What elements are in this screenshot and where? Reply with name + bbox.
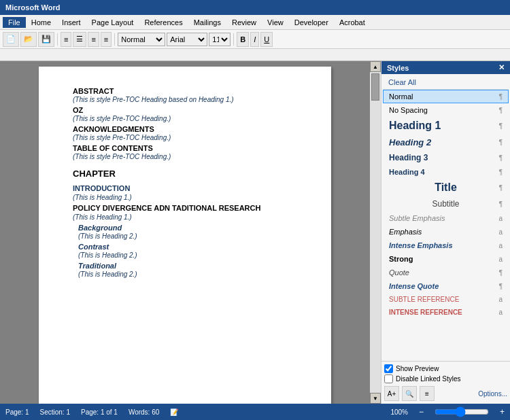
abstract-subtext: (This is style Pre-TOC Heading based on … [73, 96, 297, 103]
style-h4-label: Heading 4 [389, 168, 425, 176]
document-page: ABSTRACT (This is style Pre-TOC Heading … [39, 67, 331, 404]
toolbar-open[interactable]: 📂 [20, 32, 37, 47]
oz-heading: OZ [73, 106, 297, 114]
status-words: Words: 60 [129, 408, 159, 416]
menu-file[interactable]: File [3, 17, 26, 28]
toolbar-underline[interactable]: U [260, 32, 273, 47]
toolbar-save[interactable]: 💾 [38, 32, 54, 47]
menu-view[interactable]: View [262, 17, 289, 28]
menu-references[interactable]: References [139, 17, 188, 28]
menu-developer[interactable]: Developer [289, 17, 334, 28]
policy-heading: POLICY DIVERGENCE ADN TADITIONAL RESEARC… [73, 204, 297, 212]
style-emphasis-mark: a [498, 228, 503, 236]
style-item-no-spacing[interactable]: No Spacing ¶ [383, 103, 509, 117]
show-preview-checkbox[interactable] [384, 364, 393, 373]
style-intense-quote-label: Intense Quote [389, 282, 439, 290]
policy-subtext: (This is Heading 1.) [73, 213, 297, 221]
introduction-heading: INTRODUCTION [73, 184, 297, 192]
menu-acrobat[interactable]: Acrobat [334, 17, 371, 28]
styles-close-icon[interactable]: ✕ [498, 63, 505, 72]
zoom-out-button[interactable]: − [419, 407, 424, 417]
status-page-count: Page: 1 of 1 [81, 408, 118, 416]
menu-home[interactable]: Home [26, 17, 56, 28]
scroll-down-btn[interactable]: ▼ [370, 393, 381, 404]
scroll-thumb[interactable] [371, 73, 379, 101]
disable-linked-label: Disable Linked Styles [396, 375, 461, 383]
toolbar-justify[interactable]: ≡ [101, 32, 112, 47]
document-area[interactable]: ABSTRACT (This is style Pre-TOC Heading … [0, 61, 370, 404]
menu-insert[interactable]: Insert [56, 17, 86, 28]
style-item-h1[interactable]: Heading 1 ¶ [383, 117, 509, 135]
separator-1 [57, 33, 58, 46]
toolbar-align-right[interactable]: ≡ [88, 32, 99, 47]
disable-linked-checkbox[interactable] [384, 374, 393, 383]
menu-bar: File Home Insert Page Layout References … [0, 15, 510, 30]
disable-linked-row: Disable Linked Styles [384, 374, 507, 383]
doc-scrollbar[interactable]: ▲ ▼ [370, 61, 381, 404]
styles-title: Styles [387, 64, 409, 72]
toolbar: 📄 📂 💾 ≡ ☰ ≡ ≡ Normal Heading 1 Heading 2… [0, 30, 510, 49]
style-h4-mark: ¶ [499, 169, 503, 176]
status-zoom: 100% [390, 408, 408, 416]
menu-review[interactable]: Review [226, 17, 262, 28]
style-intense-quote-mark: ¶ [499, 283, 503, 290]
style-normal-label: Normal [389, 92, 413, 101]
show-preview-row: Show Preview [384, 364, 507, 373]
style-item-subtitle[interactable]: Subtitle ¶ [383, 196, 509, 211]
options-link[interactable]: Options... [478, 390, 507, 398]
style-item-h2[interactable]: Heading 2 ¶ [383, 135, 509, 150]
style-item-h3[interactable]: Heading 3 ¶ [383, 150, 509, 165]
style-h1-mark: ¶ [499, 122, 503, 130]
toolbar-italic[interactable]: I [250, 32, 259, 47]
style-item-normal[interactable]: Normal ¶ [383, 90, 509, 103]
style-item-intense-ref[interactable]: Intense Reference a [383, 306, 509, 319]
style-subtle-em-mark: a [498, 215, 503, 222]
style-no-spacing-label: No Spacing [389, 106, 428, 114]
toolbar-new[interactable]: 📄 [3, 32, 19, 47]
manage-styles-button[interactable]: ≡ [420, 386, 435, 401]
style-h2-mark: ¶ [499, 139, 503, 146]
zoom-slider[interactable] [435, 406, 489, 417]
style-item-title[interactable]: Title ¶ [383, 179, 509, 196]
zoom-in-button[interactable]: + [500, 407, 505, 417]
new-style-button[interactable]: A+ [384, 386, 399, 401]
abstract-heading: ABSTRACT [73, 87, 297, 95]
style-h3-mark: ¶ [499, 154, 503, 162]
title-bar: Microsoft Word [0, 0, 510, 15]
font-size-dropdown[interactable]: 11 12 14 [209, 33, 231, 46]
style-item-intense-em[interactable]: Intense Emphasis a [383, 239, 509, 252]
intro-subtext: (This is Heading 1.) [73, 194, 297, 201]
style-subtle-ref-mark: a [498, 296, 503, 303]
style-item-h4[interactable]: Heading 4 ¶ [383, 165, 509, 179]
style-dropdown[interactable]: Normal Heading 1 Heading 2 [118, 33, 165, 46]
styles-body: Clear All Normal ¶ No Spacing ¶ Heading … [381, 74, 510, 361]
style-strong-mark: a [498, 256, 503, 263]
style-subtitle-mark: ¶ [499, 200, 503, 208]
font-dropdown[interactable]: Arial Times New Roman [167, 33, 207, 46]
style-intense-ref-label: Intense Reference [389, 309, 462, 316]
toolbar-bold[interactable]: B [237, 32, 249, 47]
style-quote-label: Quote [389, 268, 409, 277]
menu-page-layout[interactable]: Page Layout [86, 17, 139, 28]
clear-all-button[interactable]: Clear All [383, 75, 509, 90]
background-subtext: (This is Heading 2.) [78, 232, 297, 240]
style-item-intense-quote[interactable]: Intense Quote ¶ [383, 279, 509, 293]
menu-mailings[interactable]: Mailings [188, 17, 226, 28]
styles-footer-buttons: A+ 🔍 ≡ Options... [384, 386, 507, 401]
toolbar-align-center[interactable]: ☰ [73, 32, 86, 47]
style-intense-em-mark: a [498, 242, 503, 249]
scroll-up-btn[interactable]: ▲ [370, 61, 381, 72]
ruler [0, 49, 510, 61]
style-h2-label: Heading 2 [389, 137, 431, 147]
inspect-style-button[interactable]: 🔍 [402, 386, 417, 401]
toolbar-align-left[interactable]: ≡ [61, 32, 71, 47]
style-item-emphasis[interactable]: Emphasis a [383, 225, 509, 239]
style-intense-ref-mark: a [498, 309, 503, 316]
scroll-track[interactable] [370, 72, 381, 393]
style-item-subtle-ref[interactable]: Subtle Reference a [383, 293, 509, 306]
toc-subtext: (This is style Pre-TOC Heading.) [73, 153, 297, 160]
style-item-subtle-em[interactable]: Subtle Emphasis a [383, 211, 509, 225]
style-normal-mark: ¶ [499, 93, 503, 101]
style-item-strong[interactable]: Strong a [383, 252, 509, 266]
style-item-quote[interactable]: Quote ¶ [383, 266, 509, 279]
